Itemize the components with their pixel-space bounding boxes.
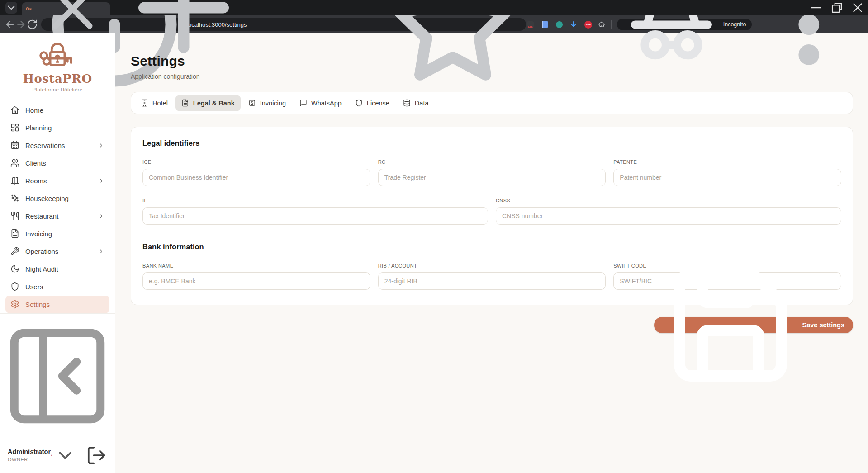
ice-input[interactable] bbox=[142, 169, 370, 186]
sidebar-item-label: Night Audit bbox=[25, 265, 58, 273]
database-icon bbox=[403, 99, 411, 107]
ext-css-icon[interactable]: CSS bbox=[526, 20, 534, 29]
shield-icon bbox=[355, 99, 363, 107]
sidebar-item-label: Restaurant bbox=[25, 212, 58, 220]
sidebar-item-restaurant[interactable]: Restaurant bbox=[5, 207, 109, 225]
field-rc: RC bbox=[378, 159, 606, 186]
incognito-badge: Incognito bbox=[617, 19, 752, 30]
chevron-right-icon bbox=[98, 177, 104, 184]
field-patente: PATENTE bbox=[613, 159, 841, 186]
message-square-icon bbox=[299, 99, 307, 107]
sidebar-bottom: Administrator OWNER bbox=[0, 313, 115, 473]
if-input[interactable] bbox=[142, 207, 488, 225]
sidebar-item-label: Planning bbox=[25, 124, 52, 132]
user-row: Administrator OWNER bbox=[0, 439, 115, 473]
tab-license[interactable]: License bbox=[349, 95, 395, 111]
browser-tabstrip: HostaPRO - Hotel Management bbox=[0, 0, 868, 15]
ext-arrow-icon[interactable] bbox=[569, 20, 578, 29]
reload-button[interactable] bbox=[27, 17, 38, 32]
rib-input[interactable] bbox=[378, 272, 606, 290]
chevron-right-icon bbox=[98, 248, 104, 255]
sidebar-item-settings[interactable]: Settings bbox=[5, 296, 109, 313]
extensions-row: CSSABP bbox=[526, 20, 592, 29]
new-tab-button[interactable] bbox=[116, 0, 251, 76]
sidebar-nav: HomePlanningReservationsClientsRoomsHous… bbox=[0, 98, 115, 313]
field-cnss: CNSS bbox=[496, 198, 841, 225]
sidebar-item-label: Clients bbox=[25, 159, 46, 167]
wrench-icon bbox=[10, 247, 19, 256]
banknote-icon bbox=[248, 99, 256, 107]
tab-search-button[interactable] bbox=[5, 2, 17, 14]
window-minimize-button[interactable] bbox=[806, 0, 826, 15]
save-settings-label: Save settings bbox=[802, 321, 845, 329]
tab-label: Data bbox=[415, 100, 429, 107]
sparkles-icon bbox=[10, 194, 19, 203]
field-rib: RIB / ACCOUNT bbox=[378, 263, 606, 290]
sidebar-item-label: Reservations bbox=[25, 142, 65, 149]
sidebar-item-night-audit[interactable]: Night Audit bbox=[5, 260, 109, 278]
rc-input[interactable] bbox=[378, 169, 606, 186]
sidebar-item-reservations[interactable]: Reservations bbox=[5, 137, 109, 154]
sidebar-item-planning[interactable]: Planning bbox=[5, 119, 109, 137]
tab-legal-bank[interactable]: Legal & Bank bbox=[175, 95, 241, 111]
sidebar-item-users[interactable]: Users bbox=[5, 278, 109, 296]
save-settings-button[interactable]: Save settings bbox=[654, 317, 854, 333]
window-close-button[interactable] bbox=[847, 0, 868, 15]
sidebar-item-clients[interactable]: Clients bbox=[5, 154, 109, 172]
hostapro-logo-icon bbox=[36, 41, 79, 71]
patente-input[interactable] bbox=[613, 169, 841, 186]
logo: HostaPRO Plateforme Hôtelière bbox=[0, 33, 115, 98]
tab-invoicing[interactable]: Invoicing bbox=[242, 95, 292, 111]
chevron-down-icon bbox=[5, 2, 17, 14]
utensils-icon bbox=[10, 211, 19, 220]
sidebar-item-housekeeping[interactable]: Housekeeping bbox=[5, 190, 109, 207]
toolbar-separator bbox=[611, 20, 612, 29]
logout-icon[interactable] bbox=[86, 445, 107, 466]
sidebar-item-label: Rooms bbox=[25, 177, 47, 185]
tab-data[interactable]: Data bbox=[397, 95, 435, 111]
window-controls bbox=[806, 0, 868, 15]
extensions-puzzle-icon[interactable] bbox=[598, 20, 605, 29]
sidebar-item-invoicing[interactable]: Invoicing bbox=[5, 225, 109, 243]
user-name: Administrator bbox=[8, 448, 51, 455]
uk-flag-icon[interactable] bbox=[51, 452, 52, 459]
save-icon bbox=[663, 257, 798, 393]
forward-button[interactable] bbox=[15, 17, 26, 32]
address-bar[interactable]: localhost:3000/settings bbox=[41, 18, 526, 31]
user-role: OWNER bbox=[8, 457, 51, 462]
cnss-input[interactable] bbox=[496, 207, 841, 225]
sidebar-item-home[interactable]: Home bbox=[5, 101, 109, 119]
tab-label: License bbox=[367, 100, 389, 107]
sidebar-item-label: Invoicing bbox=[25, 230, 52, 238]
field-bank-name: BANK NAME bbox=[142, 263, 370, 290]
sidebar: HostaPRO Plateforme Hôtelière HomePlanni… bbox=[0, 33, 115, 473]
ext-adblock-icon[interactable]: ABP bbox=[584, 20, 592, 29]
chevron-right-icon bbox=[98, 142, 104, 149]
collapse-sidebar-button[interactable] bbox=[0, 319, 115, 434]
window-restore-button[interactable] bbox=[826, 0, 847, 15]
sidebar-item-operations[interactable]: Operations bbox=[5, 243, 109, 260]
tab-hotel[interactable]: Hotel bbox=[135, 95, 174, 111]
hostapro-favicon-icon bbox=[25, 5, 32, 12]
browser-tab[interactable]: HostaPRO - Hotel Management bbox=[22, 2, 110, 15]
section-title-legal-identifiers: Legal identifiers bbox=[142, 139, 841, 148]
tab-close-icon[interactable] bbox=[38, 0, 107, 43]
sidebar-item-label: Users bbox=[25, 283, 43, 291]
bank-name-input[interactable] bbox=[142, 272, 370, 290]
logo-subtitle: Plateforme Hôtelière bbox=[33, 87, 83, 92]
chevron-right-icon bbox=[98, 213, 104, 220]
tab-whatsapp[interactable]: WhatsApp bbox=[294, 95, 347, 111]
ext-docs-icon[interactable] bbox=[541, 20, 549, 29]
language-chevron-down-icon[interactable] bbox=[55, 445, 76, 466]
shield-icon bbox=[10, 282, 19, 291]
back-button[interactable] bbox=[5, 17, 15, 32]
section-title-bank-information: Bank information bbox=[142, 243, 841, 251]
field-label-ice: ICE bbox=[142, 159, 370, 165]
field-label-rc: RC bbox=[378, 159, 606, 165]
field-label-rib: RIB / ACCOUNT bbox=[378, 263, 606, 268]
logo-title: HostaPRO bbox=[23, 72, 92, 86]
ext-teal-icon[interactable] bbox=[555, 20, 563, 29]
sidebar-item-label: Operations bbox=[25, 248, 58, 255]
tab-label: Legal & Bank bbox=[193, 100, 235, 107]
sidebar-item-rooms[interactable]: Rooms bbox=[5, 172, 109, 190]
